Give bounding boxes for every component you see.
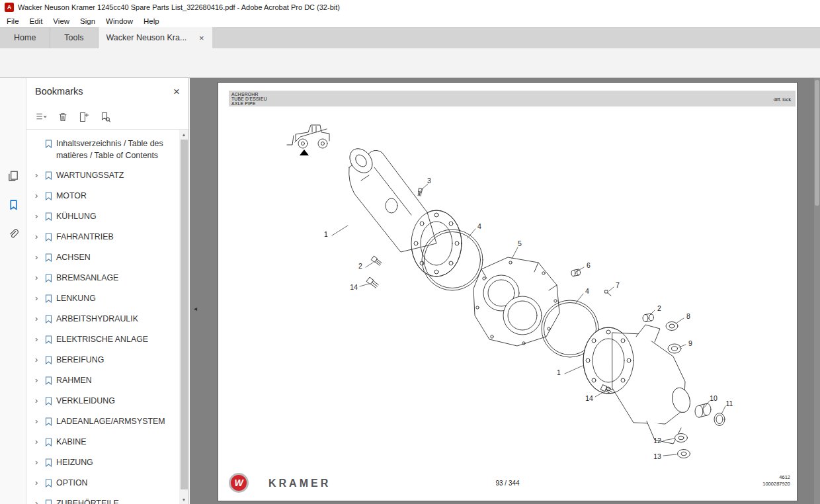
bookmark-label[interactable]: BEREIFUNG [56,354,106,366]
bookmark-item[interactable]: ›KÜHLUNG [35,206,179,227]
bookmark-label[interactable]: OPTION [56,477,91,489]
menu-file[interactable]: File [1,17,24,26]
new-bookmark-icon[interactable] [79,112,89,122]
expand-chevron-icon[interactable]: › [35,354,45,365]
bookmark-icon [45,292,56,306]
bookmark-label[interactable]: WARTUNGSSATZ [56,169,126,182]
expand-chevron-icon[interactable]: › [35,313,45,324]
bookmark-label[interactable]: ACHSEN [56,251,93,264]
options-menu-icon[interactable] [36,112,47,122]
bookmark-icon [45,333,56,347]
bookmark-item[interactable]: ›BEREIFUNG [35,350,179,370]
tab-home[interactable]: Home [0,27,50,48]
bookmark-icon [45,169,56,183]
bookmark-label[interactable]: ARBEITSHYDRAULIK [56,313,141,325]
bookmark-label[interactable]: Inhaltsverzeichnis / Table des matières … [56,138,179,162]
part-callout-2: 2 [358,262,362,270]
bookmark-icon [45,456,56,470]
tab-document[interactable]: Wacker Neuson Kra... × [99,27,212,48]
close-tab-icon[interactable]: × [199,34,204,42]
part-callout-6: 6 [587,261,591,269]
expand-chevron-icon[interactable]: › [35,415,45,427]
part-callout-14: 14 [585,394,593,402]
expand-chevron-icon[interactable]: › [35,210,45,222]
expand-chevron-icon[interactable]: › [35,169,45,181]
part-callout-12: 12 [653,437,661,444]
expand-chevron-icon[interactable]: › [35,374,45,386]
bookmark-label[interactable]: KÜHLUNG [56,210,99,223]
bookmark-item[interactable]: ›ELEKTRISCHE ANLAGE [35,329,179,350]
bookmark-label[interactable]: ELEKTRISCHE ANLAGE [56,333,151,346]
bookmark-label[interactable]: RAHMEN [56,374,95,387]
bookmarks-panel-icon[interactable] [4,196,22,214]
bookmarks-toolbar [26,105,188,130]
bookmark-label[interactable]: LENKUNG [56,292,99,305]
attachments-icon[interactable] [4,224,22,243]
collapse-panel-icon[interactable]: ◂ [190,296,200,320]
menu-sign[interactable]: Sign [75,17,101,26]
expand-chevron-icon[interactable]: › [35,231,45,242]
menu-window[interactable]: Window [101,17,138,26]
bookmark-item[interactable]: ›RAHMEN [35,370,179,391]
bookmark-item[interactable]: ›ACHSEN [35,247,179,268]
bookmark-item[interactable]: ›KABINE [35,432,179,452]
bookmark-label[interactable]: FAHRANTRIEB [56,231,116,243]
tab-tools[interactable]: Tools [50,27,98,48]
bookmark-label[interactable]: BREMSANLAGE [56,272,121,284]
bookmark-label[interactable]: MOTOR [56,190,89,202]
bookmark-item[interactable]: ›VERKLEIDUNG [35,391,179,411]
document-number-line2: 1000287920 [762,481,790,487]
bookmark-label[interactable]: VERKLEIDUNG [56,395,118,407]
expand-chevron-icon[interactable]: › [35,251,45,263]
bookmark-label[interactable]: KABINE [56,436,89,448]
bookmark-icon [45,313,56,326]
document-number: 4612 1000287920 [762,474,790,487]
bookmark-label[interactable]: LADEANLAGE/ARMSYSTEM [56,415,168,428]
delete-bookmark-icon[interactable] [58,112,68,122]
scroll-down-icon[interactable]: ▼ [179,495,188,504]
bookmark-item[interactable]: ›LADEANLAGE/ARMSYSTEM [35,411,179,432]
bookmark-item[interactable]: ›FAHRANTRIEB [35,227,179,247]
document-tab-label: Wacker Neuson Kra... [106,33,187,42]
expand-chevron-icon[interactable]: › [35,497,45,504]
bookmark-item[interactable]: ›BREMSANLAGE [35,268,179,288]
expand-chevron-icon[interactable]: › [35,436,45,447]
bookmark-item[interactable]: ›ZUBEHÖRTEILE [35,493,179,504]
bookmarks-panel-title: Bookmarks [35,86,83,97]
scroll-up-icon[interactable]: ▲ [179,130,188,139]
part-callout-14: 14 [350,283,358,291]
find-current-bookmark-icon[interactable] [100,112,110,122]
part-callout-9: 9 [688,339,692,347]
scrollbar-thumb[interactable] [181,140,188,489]
document-scrollbar[interactable] [814,78,820,504]
expand-chevron-icon[interactable]: › [35,190,45,201]
expand-chevron-icon[interactable]: › [35,395,45,406]
expand-chevron-icon[interactable]: › [35,456,45,468]
bookmark-label[interactable]: HEIZUNG [56,456,96,469]
expand-chevron-icon[interactable]: › [35,477,45,488]
bookmark-item[interactable]: ›MOTOR [35,186,179,206]
document-number-line1: 4612 [762,474,790,481]
bookmark-item[interactable]: ›HEIZUNG [35,452,179,473]
page-thumbnails-icon[interactable] [4,167,22,185]
bookmark-item[interactable]: ›ARBEITSHYDRAULIK [35,309,179,329]
expand-chevron-icon[interactable]: › [35,292,45,304]
bookmark-item[interactable]: ›OPTION [35,473,179,493]
part-callout-3: 3 [427,177,431,185]
pdf-page: ACHSROHR TUBE D'ESSIEU AXLE PIPE diff. l… [218,83,797,501]
menu-help[interactable]: Help [138,17,165,26]
bookmark-item[interactable]: Inhaltsverzeichnis / Table des matières … [35,134,179,165]
part-callout-4: 4 [585,287,589,295]
bookmark-icon [45,231,56,244]
expand-chevron-icon[interactable]: › [35,272,45,283]
menu-edit[interactable]: Edit [24,17,48,26]
menu-view[interactable]: View [48,17,75,26]
document-scrollbar-thumb[interactable] [815,80,819,206]
bookmark-label[interactable]: ZUBEHÖRTEILE [56,497,122,504]
bookmark-item[interactable]: ›LENKUNG [35,288,179,309]
bookmark-item[interactable]: ›WARTUNGSSATZ [35,165,179,186]
bookmarks-scrollbar[interactable]: ▲ ▼ [179,130,188,504]
part-callout-5: 5 [518,239,522,247]
expand-chevron-icon[interactable]: › [35,333,45,345]
close-panel-icon[interactable]: × [173,86,180,97]
